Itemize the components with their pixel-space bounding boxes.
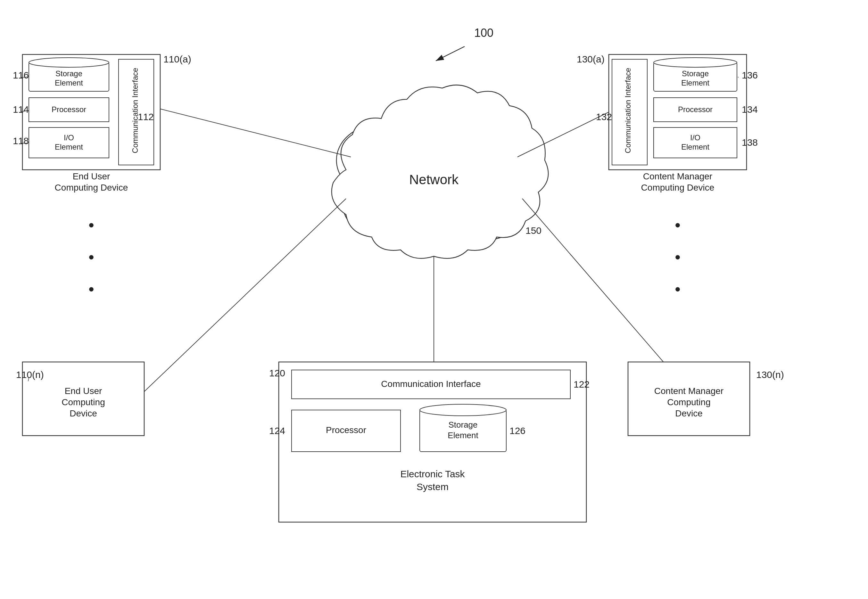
svg-point-34	[654, 58, 737, 67]
label-138: 138	[742, 137, 758, 147]
end-user-n-text3: Device	[69, 408, 97, 418]
label-120: 120	[269, 368, 285, 378]
dots-right-2: •	[675, 248, 681, 266]
svg-text:Computing Device: Computing Device	[55, 182, 128, 193]
svg-text:I/O: I/O	[64, 133, 74, 142]
label-130a: 130(a)	[577, 54, 604, 65]
storage-label-ets: Storage	[448, 420, 478, 430]
label-130n: 130(n)	[756, 369, 784, 380]
svg-text:I/O: I/O	[690, 133, 701, 142]
label-118: 118	[13, 135, 29, 146]
label-110a: 110(a)	[163, 54, 191, 65]
svg-text:Element: Element	[55, 143, 83, 151]
comm-interface-label: Communication Interface	[381, 379, 481, 389]
label-110n: 110(n)	[16, 369, 44, 380]
svg-text:Element: Element	[55, 78, 83, 87]
electronic-task-label1: Electronic Task	[400, 469, 465, 479]
svg-point-46	[420, 404, 506, 416]
electronic-task-label2: System	[416, 482, 449, 492]
svg-text:Processor: Processor	[678, 105, 713, 114]
svg-text:Communication Interface: Communication Interface	[624, 68, 632, 154]
end-user-n-text2: Computing	[62, 397, 105, 407]
processor-label: Processor	[326, 425, 366, 435]
end-user-n-text1: End User	[65, 386, 102, 396]
svg-text:Element: Element	[681, 78, 710, 87]
network-label: Network	[409, 172, 459, 187]
dots-right-3: •	[675, 280, 681, 298]
end-user-a-label: End User	[73, 172, 110, 181]
label-122: 122	[574, 379, 589, 390]
svg-text:Storage: Storage	[682, 69, 709, 78]
dots-left-2: •	[89, 248, 94, 266]
diagram-title: 100	[474, 26, 493, 39]
content-manager-a-label2: Computing Device	[641, 182, 714, 193]
label-124: 124	[269, 425, 285, 436]
dots-left-1: •	[89, 216, 94, 234]
svg-text:Element: Element	[448, 430, 478, 440]
label-126: 126	[509, 425, 526, 436]
label-132: 132	[596, 111, 612, 122]
label-150: 150	[526, 225, 541, 236]
label-136: 136	[742, 70, 758, 80]
content-manager-n-text3: Device	[675, 408, 703, 418]
svg-line-10	[160, 109, 351, 157]
label-134: 134	[742, 104, 758, 115]
label-116: 116	[13, 70, 29, 80]
diagram-svg: Network 150 Communication Interface Stor…	[0, 0, 868, 599]
dots-left-3: •	[89, 280, 94, 298]
svg-line-1	[436, 47, 465, 61]
content-manager-n-text1: Content Manager	[654, 386, 723, 396]
content-manager-n-text2: Computing	[667, 397, 710, 407]
diagram-container: Network 150 Communication Interface Stor…	[0, 0, 868, 599]
svg-text:Storage: Storage	[56, 69, 82, 78]
label-112: 112	[138, 111, 154, 122]
svg-point-18	[29, 58, 109, 67]
svg-text:Communication Interface: Communication Interface	[131, 68, 139, 154]
dots-right-1: •	[675, 216, 681, 234]
svg-text:Processor: Processor	[51, 105, 86, 114]
svg-text:Element: Element	[681, 143, 710, 151]
label-114: 114	[13, 104, 29, 115]
content-manager-a-label1: Content Manager	[643, 172, 712, 181]
